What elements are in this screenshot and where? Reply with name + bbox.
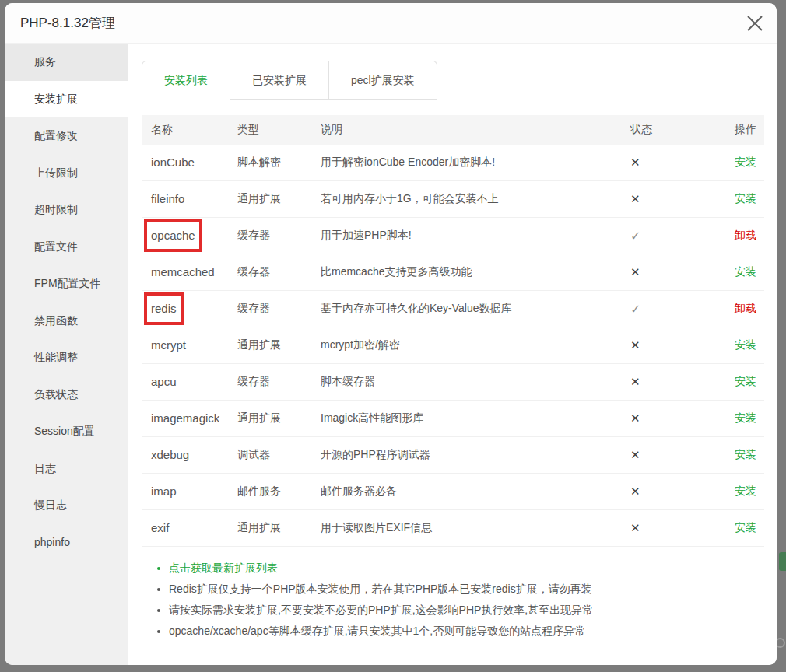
table-row-imagemagick: imagemagick通用扩展Imagick高性能图形库✕安装 bbox=[142, 401, 764, 437]
dialog-body: 服务安装扩展配置修改上传限制超时限制配置文件FPM配置文件禁用函数性能调整负载状… bbox=[5, 44, 777, 665]
table-row-xdebug: xdebug调试器开源的PHP程序调试器✕安装 bbox=[142, 437, 764, 474]
sidebar-item-session-config[interactable]: Session配置 bbox=[5, 413, 128, 450]
type-cell: 缓存器 bbox=[226, 375, 311, 389]
type-cell: 脚本解密 bbox=[226, 156, 311, 170]
name-cell: imap bbox=[142, 478, 226, 506]
tab-installed-ext[interactable]: 已安装扩展 bbox=[230, 61, 329, 100]
sidebar-item-config-modify[interactable]: 配置修改 bbox=[5, 117, 128, 155]
name-cell: memcached bbox=[142, 258, 226, 286]
sidebar-item-config-file[interactable]: 配置文件 bbox=[5, 229, 128, 266]
table-row-ionCube: ionCube脚本解密用于解密ionCube Encoder加密脚本!✕安装 bbox=[142, 145, 764, 181]
column-header-name: 名称 bbox=[142, 123, 226, 137]
install-link[interactable]: 安装 bbox=[735, 448, 756, 460]
status-cell: ✕ bbox=[609, 448, 714, 462]
type-cell: 缓存器 bbox=[226, 229, 311, 243]
description-cell: Imagick高性能图形库 bbox=[311, 411, 609, 425]
table-row-memcached: memcached缓存器比memcache支持更多高级功能✕安装 bbox=[142, 254, 764, 291]
tab-install-list[interactable]: 安装列表 bbox=[142, 61, 230, 100]
column-header-status: 状态 bbox=[609, 123, 714, 137]
close-icon bbox=[745, 13, 765, 33]
action-cell: 安装 bbox=[714, 448, 764, 462]
extension-name: opcache bbox=[151, 226, 195, 246]
type-cell: 调试器 bbox=[226, 448, 311, 462]
install-link[interactable]: 安装 bbox=[735, 338, 756, 351]
install-link[interactable]: 安装 bbox=[735, 485, 756, 497]
annotation-box bbox=[144, 219, 202, 252]
name-cell: fileinfo bbox=[142, 185, 226, 213]
name-cell: apcu bbox=[142, 368, 226, 396]
not-installed-x-icon: ✕ bbox=[630, 156, 640, 169]
install-link[interactable]: 安装 bbox=[735, 521, 756, 534]
notes-list: 点击获取最新扩展列表Redis扩展仅支持一个PHP版本安装使用，若在其它PHP版… bbox=[128, 558, 777, 642]
sidebar-item-phpinfo[interactable]: phpinfo bbox=[5, 524, 128, 562]
refresh-extensions-link[interactable]: 点击获取最新扩展列表 bbox=[169, 558, 777, 579]
not-installed-x-icon: ✕ bbox=[630, 448, 640, 461]
install-link[interactable]: 安装 bbox=[735, 265, 756, 278]
uninstall-link[interactable]: 卸载 bbox=[735, 229, 756, 241]
description-cell: 用于读取图片EXIF信息 bbox=[311, 521, 609, 535]
sidebar-item-load-status[interactable]: 负载状态 bbox=[5, 376, 128, 414]
sidebar: 服务安装扩展配置修改上传限制超时限制配置文件FPM配置文件禁用函数性能调整负载状… bbox=[5, 44, 128, 665]
table-row-apcu: apcu缓存器脚本缓存器✕安装 bbox=[142, 364, 764, 401]
close-button[interactable] bbox=[745, 13, 765, 33]
extensions-table: 名称类型说明状态操作 ionCube脚本解密用于解密ionCube Encode… bbox=[142, 115, 764, 547]
install-link[interactable]: 安装 bbox=[735, 411, 756, 424]
table-header-row: 名称类型说明状态操作 bbox=[142, 115, 764, 145]
sidebar-item-upload-limit[interactable]: 上传限制 bbox=[5, 155, 128, 192]
not-installed-x-icon: ✕ bbox=[630, 265, 640, 278]
table-row-mcrypt: mcrypt通用扩展mcrypt加密/解密✕安装 bbox=[142, 327, 764, 364]
description-cell: 邮件服务器必备 bbox=[311, 485, 609, 499]
install-link[interactable]: 安装 bbox=[735, 156, 756, 168]
tab-pecl-install[interactable]: pecl扩展安装 bbox=[329, 61, 437, 100]
description-cell: 基于内存亦可持久化的Key-Value数据库 bbox=[311, 302, 609, 316]
note-item: 请按实际需求安装扩展,不要安装不必要的PHP扩展,这会影响PHP执行效率,甚至出… bbox=[169, 600, 777, 621]
action-cell: 安装 bbox=[714, 156, 764, 170]
sidebar-item-fpm-config-file[interactable]: FPM配置文件 bbox=[5, 265, 128, 303]
php-manager-dialog: PHP-8.1.32管理 服务安装扩展配置修改上传限制超时限制配置文件FPM配置… bbox=[5, 3, 777, 665]
extension-name: mcrypt bbox=[151, 338, 186, 352]
sidebar-item-log[interactable]: 日志 bbox=[5, 450, 128, 488]
action-cell: 安装 bbox=[714, 265, 764, 279]
type-cell: 通用扩展 bbox=[226, 338, 311, 352]
description-cell: 开源的PHP程序调试器 bbox=[311, 448, 609, 462]
action-cell: 安装 bbox=[714, 485, 764, 499]
not-installed-x-icon: ✕ bbox=[630, 411, 640, 425]
dialog-header: PHP-8.1.32管理 bbox=[5, 3, 777, 44]
sidebar-item-performance-tuning[interactable]: 性能调整 bbox=[5, 339, 128, 376]
status-cell: ✕ bbox=[609, 265, 714, 279]
table-row-opcache: opcache缓存器用于加速PHP脚本!✓卸载 bbox=[142, 218, 764, 254]
sidebar-item-disabled-functions[interactable]: 禁用函数 bbox=[5, 303, 128, 340]
uninstall-link[interactable]: 卸载 bbox=[735, 302, 756, 314]
status-cell: ✕ bbox=[609, 375, 714, 389]
table-body: ionCube脚本解密用于解密ionCube Encoder加密脚本!✕安装fi… bbox=[142, 145, 764, 547]
status-cell: ✕ bbox=[609, 411, 714, 425]
installed-check-icon: ✓ bbox=[630, 229, 640, 243]
description-cell: 若可用内存小于1G，可能会安装不上 bbox=[311, 192, 609, 206]
install-link[interactable]: 安装 bbox=[735, 375, 756, 387]
install-link[interactable]: 安装 bbox=[735, 192, 756, 205]
action-cell: 安装 bbox=[714, 375, 764, 389]
type-cell: 缓存器 bbox=[226, 302, 311, 316]
table-row-fileinfo: fileinfo通用扩展若可用内存小于1G，可能会安装不上✕安装 bbox=[142, 181, 764, 218]
not-installed-x-icon: ✕ bbox=[630, 375, 640, 388]
sidebar-item-service[interactable]: 服务 bbox=[5, 44, 128, 81]
extension-name: ionCube bbox=[151, 156, 195, 169]
table-row-exif: exif通用扩展用于读取图片EXIF信息✕安装 bbox=[142, 510, 764, 547]
dialog-title: PHP-8.1.32管理 bbox=[20, 3, 115, 43]
status-cell: ✕ bbox=[609, 338, 714, 352]
table-row-redis: redis缓存器基于内存亦可持久化的Key-Value数据库✓卸载 bbox=[142, 291, 764, 327]
type-cell: 通用扩展 bbox=[226, 411, 311, 425]
note-item: opcache/xcache/apc等脚本缓存扩展,请只安装其中1个,否则可能导… bbox=[169, 621, 777, 642]
sidebar-item-slow-log[interactable]: 慢日志 bbox=[5, 487, 128, 524]
sidebar-item-install-ext[interactable]: 安装扩展 bbox=[5, 81, 128, 118]
table-row-imap: imap邮件服务邮件服务器必备✕安装 bbox=[142, 474, 764, 510]
note-item: Redis扩展仅支持一个PHP版本安装使用，若在其它PHP版本已安装redis扩… bbox=[169, 579, 777, 600]
status-cell: ✕ bbox=[609, 521, 714, 535]
extension-name: xdebug bbox=[151, 448, 189, 461]
name-cell: redis bbox=[142, 295, 226, 323]
column-header-operation: 操作 bbox=[714, 123, 764, 137]
not-installed-x-icon: ✕ bbox=[630, 192, 640, 205]
description-cell: 用于加速PHP脚本! bbox=[311, 229, 609, 243]
type-cell: 通用扩展 bbox=[226, 521, 311, 535]
sidebar-item-timeout-limit[interactable]: 超时限制 bbox=[5, 191, 128, 229]
